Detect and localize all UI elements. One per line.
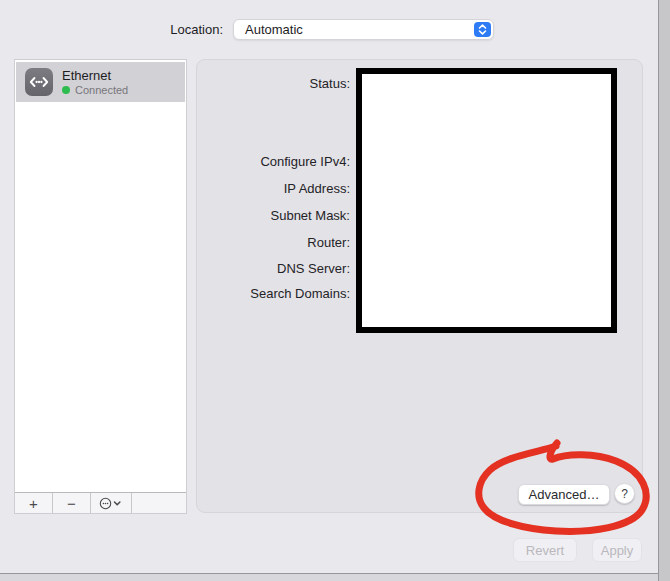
services-toolbar: + −: [15, 492, 186, 513]
circle-ellipsis-icon: [99, 497, 123, 510]
actions-menu-button[interactable]: [91, 493, 132, 513]
service-status: Connected: [75, 84, 128, 96]
advanced-button[interactable]: Advanced…: [518, 484, 610, 505]
stepper-updown-icon: [474, 22, 491, 37]
status-dot-icon: [62, 86, 70, 94]
remove-service-button[interactable]: −: [53, 493, 91, 513]
field-label-configure-ipv4: Configure IPv4:: [260, 154, 350, 169]
revert-button[interactable]: Revert: [513, 538, 577, 562]
field-label-subnet-mask: Subnet Mask:: [271, 208, 351, 223]
location-label: Location:: [170, 22, 223, 37]
field-label-ip-address: IP Address:: [284, 181, 350, 196]
window-right-edge: [658, 0, 670, 581]
service-name: Ethernet: [62, 68, 128, 83]
location-select[interactable]: Automatic: [233, 19, 494, 40]
location-select-value: Automatic: [245, 22, 303, 37]
services-list: Ethernet Connected + −: [14, 59, 187, 514]
field-label-search-domains: Search Domains:: [250, 286, 350, 301]
apply-button[interactable]: Apply: [592, 538, 642, 562]
window-bottom-edge: [0, 573, 658, 581]
redaction-box: [356, 68, 617, 333]
field-label-dns-server: DNS Server:: [277, 261, 350, 276]
network-preferences-window: Location: Automatic Ethernet: [0, 0, 670, 581]
help-button[interactable]: ?: [614, 483, 635, 504]
field-label-status: Status:: [310, 76, 350, 91]
ethernet-icon: [25, 68, 53, 96]
service-status-row: Connected: [62, 84, 128, 96]
service-text: Ethernet Connected: [62, 68, 128, 96]
field-label-router: Router:: [307, 235, 350, 250]
sidebar-item-ethernet[interactable]: Ethernet Connected: [16, 62, 185, 102]
add-service-button[interactable]: +: [15, 493, 53, 513]
